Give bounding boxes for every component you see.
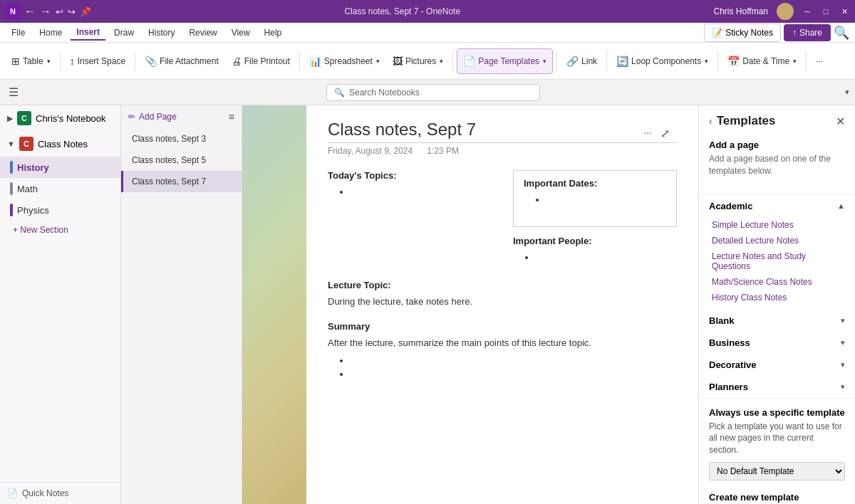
- menu-history[interactable]: History: [142, 26, 180, 40]
- table-button[interactable]: ⊞ Table ▾: [6, 48, 56, 74]
- category-planners[interactable]: Planners ▾: [699, 376, 855, 398]
- page-item-2[interactable]: Class notes, Sept 7: [121, 171, 242, 192]
- template-link-lecture-study[interactable]: Lecture Notes and Study Questions: [712, 250, 845, 273]
- default-template-select[interactable]: No Default Template: [709, 462, 845, 481]
- template-link-mathscience[interactable]: Math/Science Class Notes: [712, 275, 845, 288]
- minimize-button[interactable]: ─: [802, 6, 812, 16]
- menu-view[interactable]: View: [226, 26, 256, 40]
- todays-topics-bullet-1: [351, 187, 492, 197]
- sidebar: ▶ C Chris's Notebook ▼ C Class Notes His…: [0, 105, 121, 504]
- link-button[interactable]: 🔗 Link: [561, 48, 603, 74]
- notebook-label-classnotes: Class Notes: [38, 139, 88, 149]
- sidebar-notebook-chris[interactable]: ▶ C Chris's Notebook: [0, 105, 120, 131]
- separator-6: [606, 51, 607, 71]
- always-template-title: Always use a specific template: [709, 407, 845, 418]
- templates-chevron-button[interactable]: ‹: [709, 115, 712, 127]
- academic-collapse-icon: ▲: [837, 201, 845, 210]
- note-image-strip: [242, 105, 306, 504]
- file-printout-icon: 🖨: [232, 56, 242, 67]
- notebook-icon-classnotes: C: [19, 137, 33, 151]
- add-page-button[interactable]: ✏ Add Page: [128, 112, 177, 122]
- category-academic[interactable]: Academic ▲: [699, 195, 855, 217]
- hamburger-button[interactable]: ☰: [6, 83, 21, 102]
- onenote-logo: N: [6, 4, 20, 19]
- expand-button[interactable]: ⤢: [660, 127, 670, 140]
- note-time-value: 1:23 PM: [427, 146, 459, 156]
- date-time-button[interactable]: 📅 Date & Time ▾: [722, 48, 802, 74]
- lecture-topic-body: During the lecture, take notes here.: [328, 296, 677, 307]
- link-icon: 🔗: [566, 56, 579, 67]
- menu-help[interactable]: Help: [259, 26, 288, 40]
- redo-button[interactable]: ↪: [68, 6, 76, 17]
- search-notebooks-input[interactable]: 🔍 Search Notebooks: [326, 84, 540, 101]
- page-templates-button[interactable]: 📄 Page Templates ▾: [457, 48, 553, 74]
- category-planners-label: Planners: [709, 382, 748, 392]
- summary-bullet-1: [351, 355, 677, 366]
- menu-file[interactable]: File: [6, 26, 31, 40]
- file-printout-button[interactable]: 🖨 File Printout: [226, 48, 296, 74]
- template-link-simple-lecture[interactable]: Simple Lecture Notes: [712, 219, 845, 231]
- loop-components-button[interactable]: 🔄 Loop Components ▾: [611, 48, 714, 74]
- title-bar-right: Chris Hoffman ─ □ ✕: [714, 3, 849, 20]
- category-decorative[interactable]: Decorative ▾: [699, 354, 855, 376]
- sidebar-section-label-history: History: [17, 162, 49, 173]
- sidebar-notebook-classnotes[interactable]: ▼ C Class Notes: [0, 131, 120, 157]
- insert-space-button[interactable]: ↕ Insert Space: [64, 48, 131, 74]
- loop-components-dropdown-arrow: ▾: [705, 58, 708, 65]
- notebook-expand-icon: ▶: [7, 114, 13, 123]
- loop-components-label: Loop Components: [631, 56, 701, 66]
- pictures-button[interactable]: 🖼 Pictures ▾: [387, 48, 449, 74]
- pages-header: ✏ Add Page ≡: [121, 105, 242, 128]
- back-button[interactable]: ←: [24, 5, 36, 18]
- more-button[interactable]: ···: [810, 48, 829, 74]
- template-link-detailed-lecture[interactable]: Detailed Lecture Notes: [712, 234, 845, 247]
- todays-topics-label: Today's Topics:: [328, 170, 492, 181]
- sidebar-section-math[interactable]: Math: [0, 178, 120, 199]
- important-people-area: Important People:: [513, 236, 677, 263]
- decorative-collapse-icon: ▾: [841, 360, 845, 369]
- maximize-button[interactable]: □: [821, 6, 831, 16]
- new-section-button[interactable]: + New Section: [0, 221, 120, 239]
- sidebar-section-physics[interactable]: Physics: [0, 199, 120, 221]
- add-page-section: Add a page Add a page based on one of th…: [699, 134, 855, 195]
- menu-bar: File Home Insert Draw History Review Vie…: [0, 23, 855, 43]
- note-title[interactable]: Class notes, Sept 7: [328, 120, 677, 143]
- menu-draw[interactable]: Draw: [108, 26, 140, 40]
- pin-button[interactable]: 📌: [80, 6, 91, 17]
- pictures-dropdown-arrow: ▾: [440, 58, 443, 65]
- quick-notes-button[interactable]: 📄 Quick Notes: [0, 482, 120, 504]
- sticky-notes-button[interactable]: 📝 Sticky Notes: [704, 23, 781, 42]
- search-people-icon[interactable]: 🔍: [834, 25, 849, 41]
- sidebar-section-history[interactable]: History: [0, 157, 120, 178]
- sort-button[interactable]: ≡: [229, 111, 234, 122]
- file-attachment-button[interactable]: 📎 File Attachment: [139, 48, 224, 74]
- search-bar-chevron[interactable]: ▾: [845, 88, 849, 97]
- forward-button[interactable]: →: [40, 5, 51, 18]
- table-icon: ⊞: [11, 56, 20, 67]
- toolbar: ⊞ Table ▾ ↕ Insert Space 📎 File Attachme…: [0, 43, 855, 80]
- summary-section: Summary After the lecture, summarize the…: [328, 321, 677, 379]
- menu-insert[interactable]: Insert: [71, 25, 105, 41]
- link-label: Link: [581, 56, 597, 66]
- search-notebooks-area: 🔍 Search Notebooks: [27, 84, 839, 101]
- category-business[interactable]: Business ▾: [699, 332, 855, 354]
- user-avatar[interactable]: [777, 3, 794, 20]
- category-blank[interactable]: Blank ▾: [699, 310, 855, 332]
- notebook-label-chris: Chris's Notebook: [36, 113, 106, 124]
- note-columns: Today's Topics: Important Dates:: [328, 170, 677, 266]
- spreadsheet-button[interactable]: 📊 Spreadsheet ▾: [304, 48, 385, 74]
- important-people-bullet-1: [536, 252, 677, 263]
- separator-1: [60, 51, 61, 71]
- templates-close-button[interactable]: ✕: [836, 115, 845, 128]
- page-item-0[interactable]: Class notes, Sept 3: [121, 128, 242, 149]
- template-link-history-class[interactable]: History Class Notes: [712, 291, 845, 304]
- page-item-1[interactable]: Class notes, Sept 5: [121, 149, 242, 171]
- add-page-label: Add Page: [139, 112, 177, 122]
- menu-home[interactable]: Home: [33, 26, 68, 40]
- always-template-desc: Pick a template you want to use for all …: [709, 421, 845, 456]
- share-button[interactable]: ↑ Share: [784, 24, 831, 41]
- close-button[interactable]: ✕: [839, 6, 849, 16]
- menu-review[interactable]: Review: [183, 26, 222, 40]
- more-options-button[interactable]: ···: [643, 127, 652, 138]
- undo-button[interactable]: ↩: [56, 6, 63, 17]
